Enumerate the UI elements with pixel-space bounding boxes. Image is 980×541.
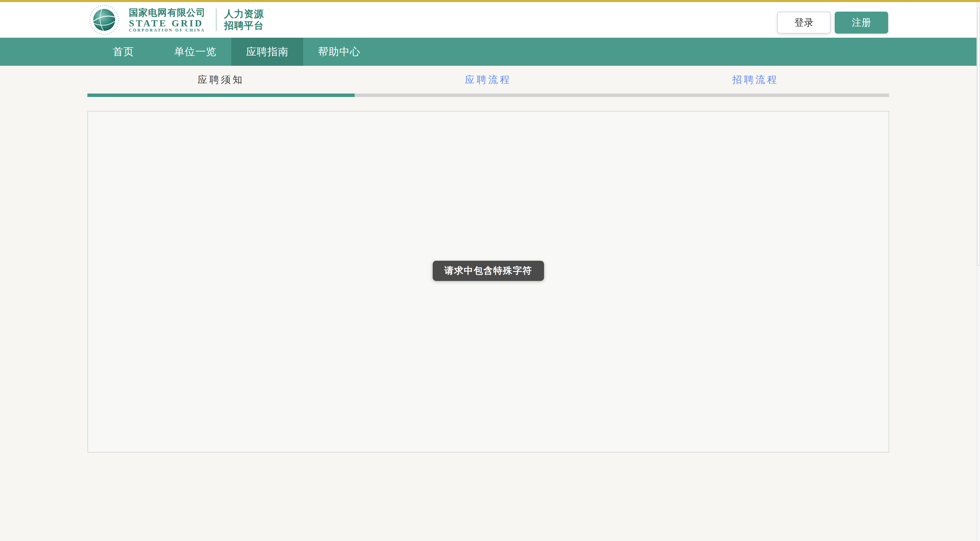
logo-divider	[216, 9, 216, 31]
platform-name-block: 人力资源 招聘平台	[224, 8, 264, 32]
guide-tabs: 应聘须知 应聘流程 招聘流程	[88, 66, 889, 94]
nav-item-home[interactable]: 首页	[88, 38, 159, 66]
page: 国家电网有限公司 STATE GRID CORPORATION OF CHINA…	[0, 0, 980, 541]
scrollbar-thumb[interactable]	[977, 8, 980, 266]
tab-application-process[interactable]: 应聘流程	[355, 66, 622, 94]
platform-line1: 人力资源	[224, 8, 264, 20]
main-nav: 首页 单位一览 应聘指南 帮助中心	[0, 38, 980, 66]
nav-item-application-guide[interactable]: 应聘指南	[231, 38, 303, 66]
tab-recruitment-process[interactable]: 招聘流程	[622, 66, 889, 94]
toast-message: 请求中包含特殊字符	[433, 261, 544, 281]
header: 国家电网有限公司 STATE GRID CORPORATION OF CHINA…	[0, 2, 980, 38]
register-button[interactable]: 注册	[835, 12, 888, 33]
tab-progress-track	[88, 94, 889, 97]
content-panel	[88, 111, 889, 453]
nav-item-help-center[interactable]: 帮助中心	[303, 38, 375, 66]
auth-buttons: 登录 注册	[777, 12, 888, 33]
logo-text-block: 国家电网有限公司 STATE GRID CORPORATION OF CHINA	[129, 8, 205, 33]
company-name-cn: 国家电网有限公司	[129, 8, 205, 18]
company-name-en: STATE GRID	[129, 19, 205, 28]
state-grid-globe-icon	[88, 4, 120, 36]
platform-line2: 招聘平台	[224, 20, 264, 32]
nav-item-units[interactable]: 单位一览	[159, 38, 231, 66]
tab-progress-fill	[88, 94, 355, 97]
logo[interactable]: 国家电网有限公司 STATE GRID CORPORATION OF CHINA…	[88, 2, 264, 38]
tab-application-notice[interactable]: 应聘须知	[88, 66, 355, 94]
scrollbar-track[interactable]	[977, 2, 980, 541]
login-button[interactable]: 登录	[777, 12, 830, 33]
company-subtitle-en: CORPORATION OF CHINA	[129, 28, 205, 33]
